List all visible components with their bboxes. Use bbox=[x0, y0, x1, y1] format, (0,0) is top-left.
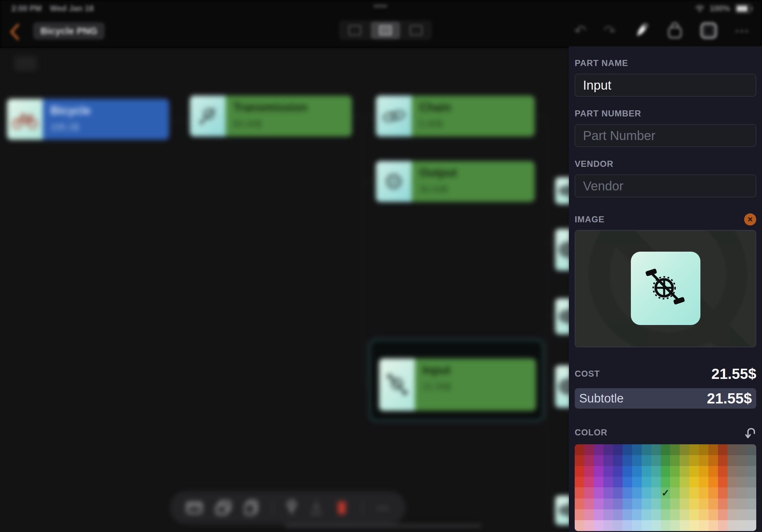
color-swatch[interactable] bbox=[718, 499, 727, 509]
color-swatch[interactable] bbox=[642, 499, 651, 509]
document-title-button[interactable]: Bicycle PNG bbox=[33, 22, 105, 39]
color-swatch[interactable] bbox=[661, 466, 670, 477]
color-swatch[interactable] bbox=[737, 520, 747, 531]
color-swatch[interactable] bbox=[584, 466, 594, 477]
color-swatch[interactable] bbox=[670, 487, 680, 499]
color-swatch[interactable] bbox=[642, 455, 651, 466]
bag-icon[interactable] bbox=[667, 22, 683, 39]
color-swatch[interactable] bbox=[661, 499, 670, 509]
color-swatch[interactable] bbox=[613, 444, 623, 455]
back-button[interactable] bbox=[9, 24, 20, 40]
color-swatch[interactable] bbox=[699, 509, 708, 520]
color-swatch[interactable] bbox=[642, 520, 651, 531]
part-card-input-selected[interactable]: Input 21.55$ bbox=[379, 359, 536, 411]
color-swatch[interactable] bbox=[718, 520, 727, 531]
color-swatch[interactable] bbox=[737, 455, 747, 466]
color-swatch[interactable] bbox=[613, 477, 623, 488]
color-swatch[interactable] bbox=[737, 509, 747, 520]
color-swatch[interactable] bbox=[623, 466, 632, 477]
part-card-output[interactable]: Output 30.00$ bbox=[376, 161, 535, 202]
copy-icon[interactable] bbox=[245, 500, 258, 515]
color-swatch[interactable] bbox=[594, 487, 603, 499]
color-swatch[interactable] bbox=[632, 466, 642, 477]
color-swatch[interactable] bbox=[727, 487, 737, 499]
color-swatch[interactable] bbox=[603, 487, 613, 499]
color-swatch[interactable] bbox=[651, 487, 661, 499]
color-swatch[interactable] bbox=[737, 499, 747, 509]
color-swatch[interactable] bbox=[699, 520, 708, 531]
color-swatch[interactable] bbox=[689, 499, 699, 509]
color-swatch-selected[interactable]: ✓ bbox=[661, 487, 670, 499]
color-swatch[interactable] bbox=[651, 455, 661, 466]
color-swatch[interactable] bbox=[689, 455, 699, 466]
color-swatch[interactable] bbox=[642, 466, 651, 477]
partial-card-thumbnail[interactable] bbox=[555, 299, 571, 334]
color-swatch[interactable] bbox=[689, 520, 699, 531]
download-icon[interactable] bbox=[311, 500, 322, 515]
color-swatch[interactable] bbox=[651, 466, 661, 477]
color-swatch[interactable] bbox=[699, 487, 708, 499]
color-swatch[interactable] bbox=[584, 444, 594, 455]
color-swatch[interactable] bbox=[575, 455, 584, 466]
color-swatch[interactable] bbox=[708, 487, 718, 499]
color-swatch[interactable] bbox=[642, 477, 651, 488]
color-swatch[interactable] bbox=[680, 477, 689, 488]
color-swatch[interactable] bbox=[613, 520, 623, 531]
color-swatch[interactable] bbox=[661, 509, 670, 520]
color-swatch[interactable] bbox=[632, 499, 642, 509]
color-swatch[interactable] bbox=[603, 444, 613, 455]
color-swatch[interactable] bbox=[699, 477, 708, 488]
color-swatch[interactable] bbox=[584, 509, 594, 520]
color-swatch[interactable] bbox=[603, 520, 613, 531]
canvas-zoom-chip[interactable] bbox=[14, 56, 37, 71]
color-swatch[interactable] bbox=[737, 466, 747, 477]
color-swatch[interactable] bbox=[575, 509, 584, 520]
color-swatch[interactable] bbox=[584, 499, 594, 509]
color-swatch[interactable] bbox=[670, 509, 680, 520]
color-swatch[interactable] bbox=[680, 487, 689, 499]
color-swatch[interactable] bbox=[747, 455, 756, 466]
color-swatch[interactable] bbox=[718, 487, 727, 499]
partial-card-thumbnail[interactable] bbox=[555, 496, 571, 525]
add-part-icon[interactable] bbox=[187, 501, 202, 514]
color-swatch[interactable] bbox=[594, 455, 603, 466]
color-swatch[interactable] bbox=[584, 520, 594, 531]
color-swatch[interactable] bbox=[613, 499, 623, 509]
duplicate-icon[interactable] bbox=[216, 501, 231, 515]
view-mode-segmented-control[interactable] bbox=[339, 21, 432, 40]
delete-icon[interactable] bbox=[336, 500, 347, 515]
color-swatch[interactable] bbox=[689, 444, 699, 455]
color-swatch[interactable] bbox=[708, 509, 718, 520]
color-swatch[interactable] bbox=[651, 444, 661, 455]
color-swatch[interactable] bbox=[708, 477, 718, 488]
partial-card-thumbnail[interactable] bbox=[555, 366, 571, 408]
color-swatch[interactable] bbox=[661, 444, 670, 455]
frame-icon[interactable] bbox=[700, 22, 717, 39]
color-swatch[interactable] bbox=[613, 509, 623, 520]
color-swatch[interactable] bbox=[699, 455, 708, 466]
color-swatch[interactable] bbox=[613, 455, 623, 466]
color-swatch[interactable] bbox=[670, 477, 680, 488]
color-swatch[interactable] bbox=[632, 477, 642, 488]
color-swatch[interactable] bbox=[699, 444, 708, 455]
color-swatch[interactable] bbox=[670, 466, 680, 477]
color-swatch[interactable] bbox=[680, 455, 689, 466]
color-swatch[interactable] bbox=[747, 466, 756, 477]
color-swatch[interactable] bbox=[575, 499, 584, 509]
color-swatch[interactable] bbox=[661, 477, 670, 488]
color-swatch[interactable] bbox=[680, 499, 689, 509]
color-swatch[interactable] bbox=[661, 520, 670, 531]
color-swatch[interactable] bbox=[680, 509, 689, 520]
color-swatch[interactable] bbox=[727, 466, 737, 477]
horizontal-scrollbar[interactable] bbox=[285, 525, 482, 527]
color-swatch[interactable] bbox=[689, 509, 699, 520]
color-swatch[interactable] bbox=[689, 477, 699, 488]
remove-image-button[interactable]: × bbox=[744, 213, 756, 226]
color-swatch[interactable] bbox=[747, 444, 756, 455]
color-swatch[interactable] bbox=[632, 509, 642, 520]
color-swatch[interactable] bbox=[575, 466, 584, 477]
color-swatch[interactable] bbox=[727, 455, 737, 466]
color-swatch[interactable] bbox=[718, 466, 727, 477]
color-swatch[interactable] bbox=[708, 520, 718, 531]
color-swatch[interactable] bbox=[632, 455, 642, 466]
